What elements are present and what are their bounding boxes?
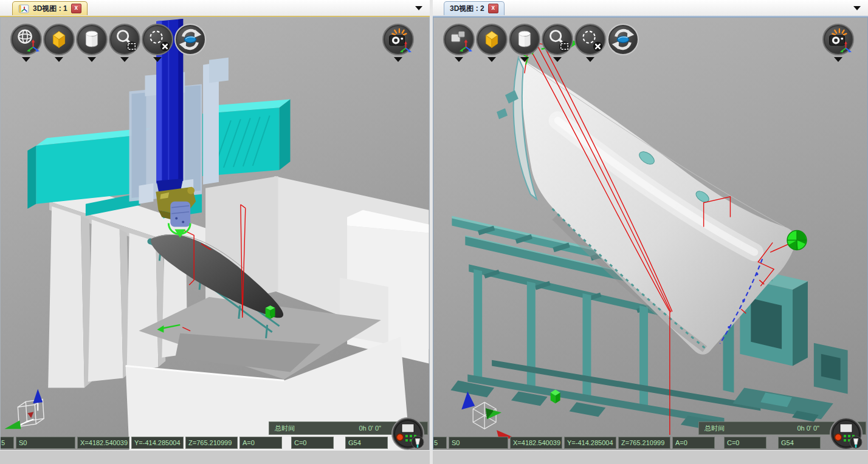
dropdown-arrow-icon[interactable] [586,57,594,62]
machine-3d-scene [1,18,429,450]
status-wcs: G54 [345,437,388,449]
total-time-label: 总时间 [275,424,295,433]
status-spindle: S0 [16,437,75,449]
dropdown-arrow-icon[interactable] [22,57,30,62]
status-y: Y=-414.285004 [564,437,616,449]
tab-bar: 3D视图 : 2 x [433,0,868,17]
dropdown-arrow-icon[interactable] [120,57,129,62]
dropdown-arrow-icon[interactable] [55,57,63,62]
tab-3d-view-1[interactable]: 3D视图 : 1 x [12,1,88,15]
camera-capture-button[interactable] [822,24,854,62]
cube-view-icon [477,25,506,54]
tab-list-arrow-icon[interactable] [415,6,422,10]
machine-status-button[interactable] [829,417,864,451]
coordinate-status-row: 5 S0 X=4182.540039 Y=-414.285004 Z=765.2… [433,435,867,449]
deselect-button[interactable] [574,24,606,62]
status-wcs: G54 [778,437,821,449]
camera-capture-button[interactable] [382,24,414,62]
status-a: A=0 [672,437,715,449]
status-x: X=4182.540039 [77,437,129,449]
dropdown-arrow-icon[interactable] [834,57,842,62]
deselect-icon [576,25,605,54]
total-time-value: 0h 0' 0" [797,425,819,432]
view-panel-1: 3D视图 : 1 x [0,0,430,464]
cube-view-button[interactable] [476,24,508,62]
camera-capture-icon [824,25,853,54]
cube-view-button[interactable] [43,24,75,62]
dropdown-arrow-icon[interactable] [153,57,162,62]
close-tab-button[interactable]: x [488,4,498,13]
dropdown-arrow-icon[interactable] [88,57,96,62]
end-marker [787,231,807,250]
status-spindle: S0 [449,437,508,449]
refresh-view-icon [176,25,205,54]
deselect-icon [143,25,172,54]
stock-marker-cube [266,305,275,319]
tab-title: 3D视图 : 1 [33,4,67,14]
zoom-icon [110,25,139,54]
view-toolbar [10,24,206,62]
status-z: Z=765.210999 [618,437,670,449]
dropdown-arrow-icon[interactable] [553,57,562,62]
dropdown-arrow-icon[interactable] [487,57,496,62]
dropdown-arrow-icon[interactable] [394,57,402,62]
model-components-icon [444,25,474,54]
zoom-button[interactable] [542,24,573,62]
status-feed: 5 [0,437,14,449]
coordinate-status-row: 5 S0 X=4182.540039 Y=-414.285004 Z=765.2… [1,435,429,449]
zoom-button[interactable] [109,24,140,62]
close-tab-button[interactable]: x [71,4,81,13]
view-toolbar [443,24,639,62]
machine-control-icon [829,417,864,451]
cylinder-view-icon [510,25,539,54]
view-orientation-button[interactable] [10,24,42,62]
panel-bottom-strip [433,450,868,464]
refresh-view-button[interactable] [607,24,639,62]
workpiece-3d-scene [433,18,867,450]
status-c: C=0 [291,437,334,449]
total-time-value: 0h 0' 0" [359,425,381,432]
refresh-view-icon [608,25,638,54]
workpiece-3d-viewport[interactable]: 总时间 0h 0' 0" 5 S0 X=4182.540039 Y=-414.2… [433,17,868,451]
dropdown-arrow-icon[interactable] [455,57,463,62]
cylinder-view-button[interactable] [509,24,540,62]
axis-triad [461,391,515,440]
refresh-view-button[interactable] [174,24,206,62]
tab-bar: 3D视图 : 1 x [0,0,430,17]
cube-view-icon [44,25,74,54]
status-x: X=4182.540039 [510,437,562,449]
tab-list-arrow-icon[interactable] [853,6,861,10]
machine-3d-viewport[interactable]: 总时间 0h 0' 0" 5 S0 X=4182.540039 Y=-414.2… [0,17,430,451]
panel-bottom-strip [0,450,430,464]
machine-control-icon [391,417,426,451]
3d-view-icon [18,4,29,13]
status-y: Y=-414.285004 [131,437,184,449]
dropdown-arrow-icon[interactable] [520,57,529,62]
total-time-label: 总时间 [704,424,725,433]
status-feed: 5 [433,437,447,449]
deselect-button[interactable] [142,24,173,62]
status-a: A=0 [239,437,282,449]
model-components-button[interactable] [443,24,475,62]
status-z: Z=765.210999 [185,437,238,449]
cylinder-view-icon [77,25,106,54]
cylinder-view-button[interactable] [76,24,108,62]
status-c: C=0 [724,437,766,449]
machine-status-button[interactable] [391,417,426,451]
tab-title: 3D视图 : 2 [450,4,484,14]
view-orientation-icon [12,25,41,54]
tab-3d-view-2[interactable]: 3D视图 : 2 x [444,1,505,15]
camera-capture-icon [384,25,413,54]
axis-triad [4,389,44,429]
view-panel-2: 3D视图 : 2 x [433,0,868,464]
zoom-icon [543,25,572,54]
